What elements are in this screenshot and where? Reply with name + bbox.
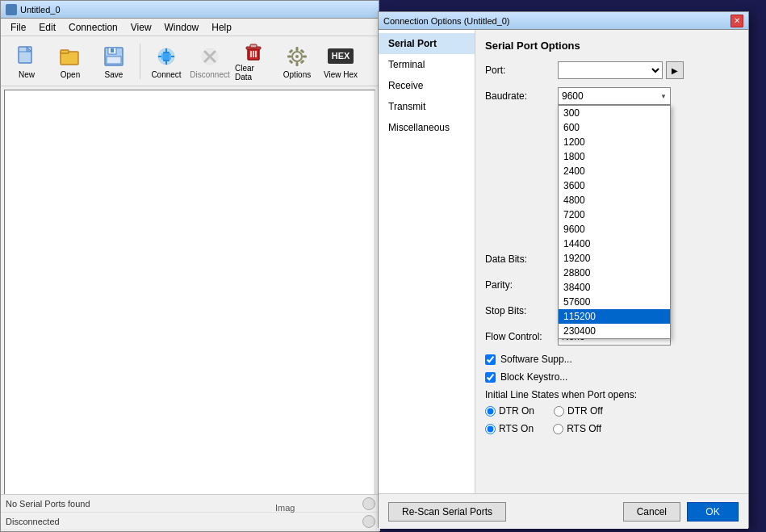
baudrate-dropdown: 300 600 1200 1800 2400 3600 4800 7200 96…	[558, 105, 671, 339]
clear-data-button[interactable]: Clear Data	[232, 40, 274, 82]
clear-data-label: Clear Data	[235, 64, 272, 82]
baudrate-option-600[interactable]: 600	[559, 120, 670, 135]
save-button[interactable]: Save	[93, 40, 135, 82]
main-title: Untitled_0	[20, 5, 374, 15]
dtr-radio-row: DTR On DTR Off	[485, 405, 739, 417]
parity-label: Parity:	[485, 279, 558, 291]
nav-terminal[interactable]: Terminal	[379, 54, 475, 75]
dtr-on-option: DTR On	[485, 405, 534, 417]
software-supp-row: Software Supp...	[485, 354, 739, 365]
menu-help[interactable]: Help	[205, 20, 238, 35]
svg-rect-27	[296, 47, 299, 51]
baudrate-option-230400[interactable]: 230400	[559, 324, 670, 338]
open-label: Open	[61, 70, 80, 79]
status-row-2: Disconnected	[1, 513, 380, 530]
port-select[interactable]	[558, 61, 663, 79]
connect-button[interactable]: Connect	[145, 40, 187, 82]
rts-radio-row: RTS On RTS Off	[485, 423, 739, 434]
rts-off-radio[interactable]	[553, 424, 563, 434]
status-connection: Disconnected	[6, 517, 359, 526]
main-title-bar: Untitled_0	[1, 1, 379, 19]
baudrate-option-300[interactable]: 300	[559, 106, 670, 120]
dialog-close-button[interactable]: ✕	[730, 15, 743, 27]
baudrate-option-19200[interactable]: 19200	[559, 251, 670, 266]
svg-rect-33	[289, 59, 294, 64]
dtr-off-radio[interactable]	[554, 406, 564, 417]
menu-file[interactable]: File	[4, 20, 32, 35]
status-ports: No Serial Ports found	[6, 499, 359, 509]
baudrate-option-1200[interactable]: 1200	[559, 135, 670, 149]
baudrate-label: Baudrate:	[485, 90, 558, 102]
footer-buttons: Cancel OK	[623, 502, 739, 522]
svg-point-26	[295, 55, 299, 58]
initial-line-states-title: Initial Line States when Port opens:	[485, 389, 739, 400]
dialog-title: Connection Options (Untitled_0)	[383, 16, 730, 26]
view-hex-label: View Hex	[324, 70, 358, 79]
menu-window[interactable]: Window	[158, 20, 206, 35]
rts-on-label: RTS On	[499, 423, 534, 434]
options-icon	[284, 44, 310, 69]
stopbits-label: Stop Bits:	[485, 305, 558, 316]
nav-transmit[interactable]: Transmit	[379, 96, 475, 117]
rescan-button[interactable]: Re-Scan Serial Ports	[388, 502, 506, 522]
software-supp-label: Software Supp...	[500, 354, 572, 365]
block-keystro-label: Block Keystro...	[500, 371, 567, 383]
main-content-area	[4, 90, 375, 499]
new-button[interactable]: New	[6, 40, 48, 82]
baudrate-display[interactable]: 9600 ▼	[558, 87, 671, 105]
baudrate-option-14400[interactable]: 14400	[559, 237, 670, 251]
nav-miscellaneous[interactable]: Miscellaneous	[379, 117, 475, 138]
connect-label: Connect	[151, 70, 181, 79]
options-label: Options	[283, 70, 311, 79]
menu-bar: File Edit Connection View Window Help	[1, 19, 379, 36]
menu-connection[interactable]: Connection	[62, 20, 124, 35]
dialog-body: Serial Port Terminal Receive Transmit Mi…	[379, 30, 748, 493]
port-label: Port:	[485, 65, 558, 76]
baudrate-wrapper: 9600 ▼ 300 600 1200 1800 2400 3600 4800 …	[558, 87, 739, 105]
rts-on-radio[interactable]	[485, 424, 496, 434]
nav-serial-port[interactable]: Serial Port	[379, 33, 475, 54]
cancel-button[interactable]: Cancel	[623, 502, 680, 522]
rts-on-option: RTS On	[485, 423, 534, 434]
new-label: New	[19, 70, 35, 79]
dtr-on-radio[interactable]	[485, 406, 496, 417]
port-refresh-button[interactable]: ▶	[666, 61, 684, 79]
status-row-1: No Serial Ports found	[1, 495, 380, 513]
app-icon	[6, 4, 17, 15]
baudrate-option-28800[interactable]: 28800	[559, 266, 670, 280]
options-button[interactable]: Options	[276, 40, 318, 82]
ok-button[interactable]: OK	[687, 502, 739, 522]
svg-rect-30	[303, 55, 307, 57]
baudrate-option-38400[interactable]: 38400	[559, 280, 670, 295]
databits-label: Data Bits:	[485, 253, 558, 265]
menu-view[interactable]: View	[124, 20, 158, 35]
rts-off-option: RTS Off	[553, 423, 601, 434]
svg-rect-31	[289, 48, 294, 53]
baudrate-option-115200[interactable]: 115200	[559, 309, 670, 324]
section-title: Serial Port Options	[485, 40, 739, 52]
baudrate-row: Baudrate: 9600 ▼ 300 600 1200 1800 2400 …	[485, 87, 739, 105]
clear-data-icon	[241, 40, 266, 63]
baudrate-option-2400[interactable]: 2400	[559, 164, 670, 178]
svg-rect-21	[250, 44, 257, 48]
toolbar-separator-1	[140, 44, 140, 79]
software-supp-checkbox[interactable]	[485, 354, 496, 365]
baudrate-option-9600[interactable]: 9600	[559, 222, 670, 237]
svg-rect-7	[107, 57, 121, 64]
save-icon	[101, 44, 127, 69]
view-hex-button[interactable]: HEX View Hex	[320, 40, 362, 82]
baudrate-option-1800[interactable]: 1800	[559, 149, 670, 164]
save-label: Save	[105, 70, 123, 79]
baudrate-option-7200[interactable]: 7200	[559, 207, 670, 222]
nav-receive[interactable]: Receive	[379, 75, 475, 96]
baudrate-option-57600[interactable]: 57600	[559, 295, 670, 309]
open-button[interactable]: Open	[49, 40, 91, 82]
baudrate-dropdown-arrow: ▼	[660, 93, 667, 100]
baudrate-option-3600[interactable]: 3600	[559, 178, 670, 193]
disconnect-button[interactable]: Disconnect	[189, 40, 231, 82]
dialog-window: Connection Options (Untitled_0) ✕ Serial…	[378, 11, 749, 528]
menu-edit[interactable]: Edit	[32, 20, 62, 35]
baudrate-value: 9600	[562, 90, 584, 102]
baudrate-option-4800[interactable]: 4800	[559, 193, 670, 207]
block-keystro-checkbox[interactable]	[485, 372, 496, 383]
